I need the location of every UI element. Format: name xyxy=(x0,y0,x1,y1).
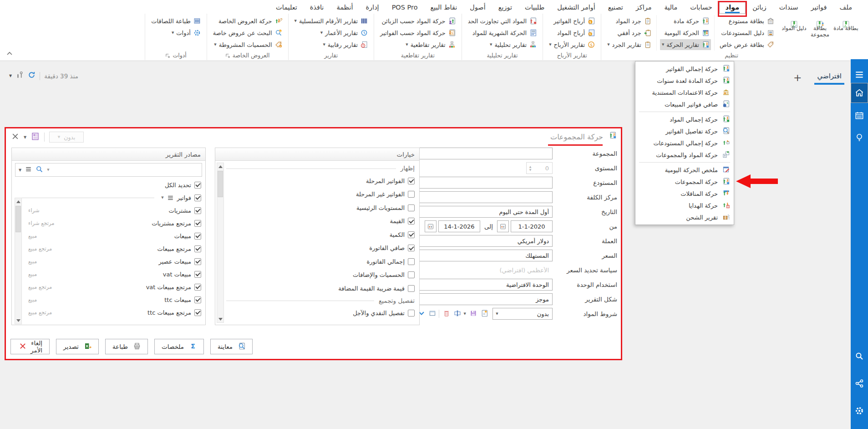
ribbon-item[interactable]: حركة مادة xyxy=(660,15,711,26)
sigma-button[interactable]: Σملخصات xyxy=(154,339,204,354)
ribbon-item[interactable]: تقارير الأعمار▼ xyxy=(293,27,370,38)
sidebar-item-hamburger-icon[interactable] xyxy=(851,66,868,84)
sidebar-item-calendar-icon[interactable] xyxy=(851,107,868,125)
checkbox-checked[interactable] xyxy=(408,231,415,238)
checkbox-checked[interactable] xyxy=(194,233,201,240)
report-template-icon[interactable] xyxy=(31,132,40,143)
field-select[interactable]: أول المدة حتى اليوم▼ xyxy=(411,206,553,218)
field-select[interactable]: الوحدة الافتراضية▼ xyxy=(411,279,553,291)
option-checkbox-row[interactable]: القيمة xyxy=(225,216,415,226)
sidebar-item-search-icon[interactable] xyxy=(851,347,868,365)
ribbon-item[interactable]: الحركة الشهرية للمواد xyxy=(466,27,539,38)
checkbox-checked[interactable] xyxy=(194,220,201,227)
source-row-item[interactable]: مرتجع مبيعاتمرتجع مبيع xyxy=(12,242,205,255)
checkbox-checked[interactable] xyxy=(194,296,201,303)
checkbox-checked[interactable] xyxy=(194,309,201,316)
date-from-input[interactable]: 1-1-2020 xyxy=(511,220,553,232)
printer-button[interactable]: طباعة xyxy=(105,339,148,354)
workspace-tab-default[interactable]: افتراضي xyxy=(817,72,842,84)
tab-9[interactable]: أوامر التشغيل xyxy=(551,2,601,14)
collapse-ribbon-icon[interactable] xyxy=(6,50,13,56)
tab-10[interactable]: طلبيات xyxy=(519,2,550,14)
scroll-down-arrow[interactable] xyxy=(217,316,223,322)
source-row-item[interactable]: مرتجع مشترياتمرتجع شراء xyxy=(12,217,205,230)
checkbox-checked[interactable] xyxy=(194,284,201,291)
field-select[interactable]: ▼ xyxy=(411,191,553,203)
option-checkbox-row[interactable]: المستويات الرئيسية xyxy=(225,203,415,213)
tab-5[interactable]: حسابات xyxy=(684,2,718,14)
menu-item[interactable]: حركة إجمالي الفواتير xyxy=(635,63,734,75)
chevron-down-icon[interactable]: ▼ xyxy=(9,74,12,78)
ribbon-item[interactable]: %الحسميات المشروطة▼ xyxy=(211,39,284,50)
menu-item[interactable]: حركة المادة لعدة سنوات xyxy=(635,75,734,87)
tab-13[interactable]: نقاط البيع xyxy=(425,2,463,14)
source-row-item[interactable]: مبيعاتمبيع xyxy=(12,230,205,242)
chevron-down-icon[interactable]: ▼ xyxy=(464,312,466,316)
ribbon-item[interactable]: $حركة المواد حسب الفواتير xyxy=(378,27,457,38)
rename-icon[interactable] xyxy=(453,310,461,318)
tab-11[interactable]: توزيع xyxy=(492,2,518,14)
date-to-input[interactable]: 14-1-2026 xyxy=(438,220,480,232)
option-checkbox-row[interactable]: الحسميات والإضافات xyxy=(225,270,415,280)
option-checkbox-row[interactable]: الفواتير المرحلة xyxy=(225,176,415,186)
sidebar-item-home-icon[interactable] xyxy=(851,83,868,103)
scroll-up-arrow[interactable] xyxy=(217,163,223,170)
menu-item[interactable]: حركة إجمالي المستودعات xyxy=(635,137,734,149)
checkbox-checked[interactable] xyxy=(408,245,415,251)
ribbon-large-button[interactable]: بطاقة مجموعة xyxy=(807,15,833,50)
option-checkbox-row[interactable]: تفصيل النقدي والآجل xyxy=(225,308,415,318)
ribbon-item[interactable]: $تقارير الأرباح▼ xyxy=(547,39,597,50)
save-floppy-icon[interactable] xyxy=(469,310,477,318)
ribbon-item[interactable]: $أرباح المواد xyxy=(547,27,597,38)
ribbon-item[interactable]: جرد أفقي xyxy=(605,27,653,38)
option-checkbox-row[interactable]: إجمالي الفاتورة xyxy=(225,256,415,266)
ribbon-item[interactable]: بطاقة مستودع xyxy=(718,15,776,26)
tab-18[interactable]: تعليمات xyxy=(270,2,303,14)
menu-item[interactable]: حركة الاعتمادات المستندية xyxy=(635,87,734,98)
source-row-group[interactable]: فواتير▼ xyxy=(12,191,205,204)
scroll-down-arrow[interactable] xyxy=(15,317,21,324)
source-row-item[interactable]: مبيعات vatمبيع xyxy=(12,268,205,281)
ribbon-item[interactable]: تقارير تقاطعية▼ xyxy=(378,39,457,50)
calendar-icon[interactable] xyxy=(497,220,509,232)
checkbox[interactable] xyxy=(408,258,415,265)
checkbox-checked[interactable] xyxy=(408,178,415,184)
ribbon-item[interactable]: $البحث عن عروض خاصة xyxy=(211,27,284,38)
ribbon-item[interactable]: أدوات▼ xyxy=(149,27,203,38)
option-checkbox-row[interactable]: قيمة ضريبة القيمة المضافة xyxy=(225,283,415,293)
scroll-thumb[interactable] xyxy=(15,206,21,232)
chevron-down-icon[interactable]: ▼ xyxy=(24,135,26,139)
tab-7[interactable]: مراكز xyxy=(630,2,658,14)
tab-8[interactable]: تصنيع xyxy=(602,2,629,14)
ribbon-item[interactable]: تقارير رقابية▼ xyxy=(293,39,370,50)
ribbon-item[interactable]: حركة العروض الخاصة xyxy=(211,15,284,26)
menu-item[interactable]: تقرير الشحن xyxy=(635,211,734,223)
ribbon-large-button[interactable]: دليل المواد xyxy=(781,15,807,50)
checkbox-checked[interactable] xyxy=(194,245,201,252)
field-select[interactable]: ▼ xyxy=(411,148,553,159)
checkbox-checked[interactable] xyxy=(408,218,415,225)
launcher-icon[interactable] xyxy=(225,53,230,58)
source-row-item[interactable]: مشترياتشراء xyxy=(12,204,205,217)
option-checkbox-row[interactable]: صافي الفاتورة xyxy=(225,243,415,253)
tab-2[interactable]: سندات xyxy=(773,2,804,14)
chevron-down-icon[interactable]: ▼ xyxy=(161,196,163,199)
ribbon-item[interactable]: جرد المواد xyxy=(605,15,653,26)
ribbon-item[interactable]: دليل المستودعات xyxy=(718,27,776,38)
add-workspace-button[interactable]: + xyxy=(793,73,802,82)
sidebar-item-settings-gear-icon[interactable] xyxy=(851,402,868,420)
tools-icon[interactable] xyxy=(16,71,24,81)
tab-1[interactable]: فواتير xyxy=(805,2,833,14)
ribbon-item[interactable]: الحركة اليومية xyxy=(660,27,711,38)
list-menu-icon[interactable] xyxy=(167,194,174,201)
source-row-selectall[interactable]: تحديد الكل xyxy=(12,179,205,191)
tab-6[interactable]: مالية xyxy=(659,2,684,14)
ribbon-item[interactable]: بطاقة عرض خاص xyxy=(718,39,776,50)
ribbon-item[interactable]: المواد التي تجاوزت الحد xyxy=(466,15,539,26)
chevron-down-icon[interactable]: ▼ xyxy=(19,168,21,172)
field-select[interactable]: ▼ xyxy=(411,177,553,189)
ribbon-large-button[interactable]: بطاقة مادة xyxy=(833,15,859,50)
menu-item[interactable]: حركة المواد والمجموعات xyxy=(635,149,734,161)
launcher-icon[interactable] xyxy=(165,53,170,58)
menu-item[interactable]: $حركة تفاصيل الفواتير xyxy=(635,125,734,137)
